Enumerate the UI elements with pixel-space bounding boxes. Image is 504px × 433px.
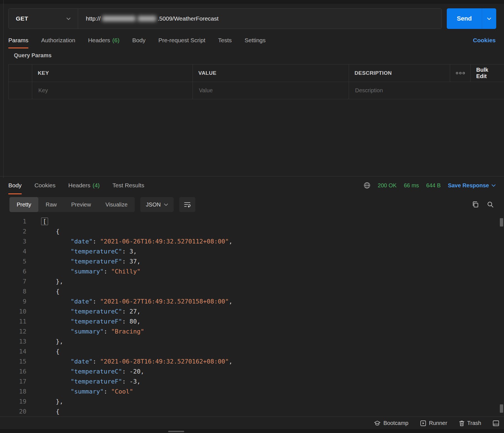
runner-label: Runner	[429, 420, 447, 426]
url-suffix: .5009/WeatherForecast	[158, 15, 219, 22]
query-params-label: Query Params	[0, 48, 504, 60]
response-toolbar: Pretty Raw Preview Visualize JSON	[0, 194, 504, 216]
tab-pre-request-script[interactable]: Pre-request Script	[158, 32, 205, 48]
graduation-cap-icon	[374, 420, 381, 426]
save-response-button[interactable]: Save Response	[448, 182, 496, 189]
url-prefix: http://	[86, 15, 101, 22]
chevron-down-icon	[66, 18, 71, 20]
trash-button[interactable]: Trash	[459, 420, 481, 426]
runner-icon	[420, 420, 426, 426]
tab-label: Settings	[244, 37, 266, 44]
code-lines: [ { "date": "2021-06-26T16:49:32.5270112…	[26, 216, 233, 417]
tab-body[interactable]: Body	[132, 32, 146, 48]
console-panel-icon	[493, 420, 499, 426]
tab-label: Tests	[218, 37, 232, 44]
tab-headers[interactable]: Headers(6)	[88, 32, 119, 48]
tab-settings[interactable]: Settings	[244, 32, 266, 48]
table-lead-cell	[8, 64, 32, 82]
tab-label: Headers	[68, 182, 90, 189]
tab-response-headers[interactable]: Headers(4)	[68, 176, 100, 194]
tab-label: Headers	[88, 37, 110, 44]
view-tab-preview[interactable]: Preview	[64, 197, 98, 212]
tab-label: Test Results	[113, 182, 144, 189]
line-numbers: 1234567891011121314151617181920	[0, 216, 26, 417]
response-meta: 200 OK 66 ms 644 B Save Response	[363, 176, 496, 194]
request-url-row: GET http:// .5009/WeatherForecast Send	[0, 3, 504, 32]
response-pane: Body Cookies Headers(4) Test Results 200…	[0, 176, 504, 417]
response-time: 66 ms	[404, 182, 419, 189]
query-params-table: KEY VALUE DESCRIPTION Bulk Edit	[8, 64, 504, 99]
method-label: GET	[16, 15, 28, 22]
tab-params[interactable]: Params	[8, 32, 28, 48]
format-dropdown[interactable]: JSON	[140, 197, 174, 212]
tab-label: Body	[8, 182, 22, 189]
trash-label: Trash	[467, 420, 481, 426]
wrap-lines-button[interactable]	[179, 197, 195, 212]
view-tab-pretty[interactable]: Pretty	[9, 197, 38, 212]
bottom-scrollbar-thumb[interactable]	[168, 431, 184, 432]
tab-tests[interactable]: Tests	[218, 32, 232, 48]
bootcamp-button[interactable]: Bootcamp	[374, 420, 408, 426]
column-header-value: VALUE	[193, 64, 349, 82]
tab-response-cookies[interactable]: Cookies	[34, 176, 56, 194]
word-wrap-icon	[184, 201, 191, 208]
copy-icon	[472, 201, 479, 208]
window-bottom-strip	[0, 429, 504, 433]
chevron-down-icon	[487, 18, 491, 20]
postman-window: GET http:// .5009/WeatherForecast Send P…	[0, 0, 504, 433]
send-button[interactable]: Send	[447, 8, 482, 29]
url-input[interactable]: http:// .5009/WeatherForecast	[78, 9, 441, 29]
tab-label: Params	[8, 37, 28, 44]
table-lead-cell	[8, 82, 32, 99]
tab-label: Pre-request Script	[158, 37, 205, 44]
bootcamp-label: Bootcamp	[383, 420, 408, 426]
tab-label: Body	[132, 37, 146, 44]
toolbar-right	[472, 201, 496, 208]
cookies-link[interactable]: Cookies	[473, 37, 496, 44]
pane-divider	[3, 0, 4, 178]
runner-button[interactable]: Runner	[420, 420, 447, 426]
request-empty-area	[0, 99, 504, 176]
code-scrollbar-thumb[interactable]	[500, 218, 503, 227]
tab-authorization[interactable]: Authorization	[41, 32, 75, 48]
chevron-down-icon	[164, 203, 168, 206]
tab-label: Cookies	[34, 182, 56, 189]
column-header-key: KEY	[32, 64, 193, 82]
response-tabs: Body Cookies Headers(4) Test Results 200…	[0, 176, 504, 194]
view-tab-raw[interactable]: Raw	[38, 197, 64, 212]
send-group: Send	[447, 8, 496, 29]
request-bar: GET http:// .5009/WeatherForecast	[8, 8, 442, 29]
method-dropdown[interactable]: GET	[9, 9, 78, 29]
network-globe-icon[interactable]	[363, 182, 371, 189]
tab-count: (6)	[112, 37, 119, 44]
format-label: JSON	[146, 201, 161, 208]
url-redacted-segment	[102, 16, 136, 21]
table-row	[8, 82, 504, 99]
view-tab-visualize[interactable]: Visualize	[98, 197, 135, 212]
meatball-menu-icon	[456, 72, 465, 74]
send-options-button[interactable]	[482, 8, 496, 29]
bulk-edit-button[interactable]: Bulk Edit	[470, 64, 504, 82]
param-value-input[interactable]	[198, 87, 343, 94]
view-mode-switch: Pretty Raw Preview Visualize	[9, 197, 135, 212]
copy-response-button[interactable]	[472, 201, 479, 208]
chevron-down-icon	[491, 184, 496, 187]
response-body-viewer[interactable]: 1234567891011121314151617181920 [ { "dat…	[0, 216, 504, 417]
trash-icon	[459, 420, 465, 426]
tab-count: (4)	[93, 182, 100, 189]
search-response-button[interactable]	[487, 201, 494, 208]
window-top-strip	[0, 0, 504, 3]
save-response-label: Save Response	[448, 182, 489, 189]
code-scrollbar-bottom-thumb[interactable]	[500, 404, 503, 413]
column-header-description: DESCRIPTION	[349, 64, 450, 82]
tab-label: Authorization	[41, 37, 75, 44]
tab-test-results[interactable]: Test Results	[113, 176, 144, 194]
request-tabs: Params Authorization Headers(6) Body Pre…	[0, 32, 504, 48]
tab-response-body[interactable]: Body	[8, 176, 22, 194]
table-header-row: KEY VALUE DESCRIPTION Bulk Edit	[8, 64, 504, 82]
response-size: 644 B	[426, 182, 441, 189]
console-panel-button[interactable]	[493, 420, 499, 426]
param-description-input[interactable]	[355, 87, 498, 94]
params-menu-button[interactable]	[450, 64, 470, 82]
param-key-input[interactable]	[38, 87, 187, 94]
